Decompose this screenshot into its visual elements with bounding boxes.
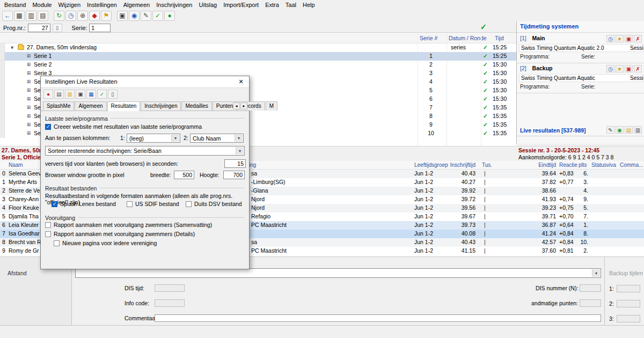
file-icon[interactable]: ▯	[108, 90, 118, 99]
menu-bestand[interactable]: Bestand	[1, 1, 29, 9]
expand-icon[interactable]: ⊞	[26, 79, 32, 85]
edit-icon[interactable]: ✎	[606, 126, 614, 134]
info-code-field[interactable]	[155, 299, 185, 307]
print-icon[interactable]: ▥	[634, 126, 642, 134]
copy-icon[interactable]: ▣	[76, 90, 85, 99]
disconnect-icon[interactable]: ✗	[634, 65, 642, 72]
chevron-down-icon[interactable]: ▾	[235, 135, 243, 142]
chevron-down-icon[interactable]: ▾	[236, 147, 244, 155]
edit-icon[interactable]: ✎	[141, 11, 151, 21]
checkbox-icon[interactable]	[45, 231, 51, 237]
checkbox-nieuwe-pagina[interactable]: Nieuwe pagina voor iedere vereniging	[54, 240, 157, 246]
system-backup-row[interactable]: [2] Backup ◷ ★ ▣ ✗	[520, 65, 642, 74]
monitor-icon[interactable]: ▦	[86, 90, 96, 99]
breedte-input[interactable]	[174, 171, 194, 179]
kolom2-dropdown[interactable]: Club Naam ▾	[190, 134, 244, 143]
backup-2-field[interactable]	[617, 300, 640, 307]
expand-icon[interactable]: ⊞	[26, 130, 32, 136]
expand-icon[interactable]: ⊞	[26, 87, 32, 93]
afstand-dropdown[interactable]: ▾	[75, 268, 601, 278]
expand-icon[interactable]: ⊞	[26, 96, 32, 102]
tab-more[interactable]: M	[266, 101, 277, 111]
menu-wijzigen[interactable]: Wijzigen	[55, 1, 84, 9]
tree-row[interactable]: ⊞ Serie 2 2 ✓ 15:30	[0, 61, 516, 69]
checkbox-create-website[interactable]: Creeer website met resultaten van laatst…	[45, 123, 202, 130]
punten-field[interactable]	[580, 299, 601, 307]
checkbox-lenex[interactable]: Splash Lenex bestand	[52, 201, 116, 207]
monitor-icon[interactable]: ▣	[625, 65, 633, 72]
checkbox-icon[interactable]	[45, 222, 51, 228]
checkbox-icon[interactable]	[52, 201, 57, 207]
disconnect-icon[interactable]: ✗	[634, 35, 642, 42]
whistle-icon[interactable]: ◆	[89, 11, 100, 21]
commentaar-field[interactable]	[155, 314, 601, 322]
serie-input[interactable]	[89, 24, 111, 32]
menu-help[interactable]: Help	[299, 1, 318, 9]
print-icon[interactable]: ▣	[117, 11, 128, 21]
clock-icon[interactable]: ◷	[65, 11, 76, 21]
dialog-titlebar[interactable]: Instellingen Live Resultaten ✕	[41, 76, 249, 88]
checkbox-icon[interactable]	[54, 240, 60, 246]
menu-extra[interactable]: Extra	[262, 1, 282, 9]
expand-icon[interactable]: ⊞	[26, 122, 32, 128]
target-icon[interactable]: ⊕	[77, 11, 88, 21]
backup-3-field[interactable]	[617, 315, 640, 322]
record-icon[interactable]: ●	[164, 11, 175, 21]
menu-instellingen[interactable]: Instellingen	[84, 1, 120, 9]
tree-event-row[interactable]: ▾ 27. Dames, 50m vlinderslag series ✓ 15…	[0, 43, 516, 52]
star-icon[interactable]: ★	[616, 35, 624, 42]
globe-icon[interactable]: ◉	[616, 126, 624, 134]
tab-splashme[interactable]: SplashMe	[43, 101, 74, 111]
tab-resultaten[interactable]: Resultaten	[107, 101, 141, 111]
chevron-down-icon[interactable]: ▾	[592, 269, 600, 277]
document-icon[interactable]: ▯	[53, 24, 62, 32]
sorteer-dropdown[interactable]: Sorteer resterende inschrijvingen: Serie…	[45, 146, 245, 156]
expand-icon[interactable]: ⊞	[26, 70, 32, 76]
collapse-icon[interactable]: ▾	[11, 44, 13, 50]
tab-algemeen[interactable]: Algemeen	[75, 101, 106, 111]
expand-icon[interactable]: ⊞	[26, 53, 32, 59]
exit-icon[interactable]: ←	[2, 11, 13, 21]
checkbox-icon[interactable]	[45, 124, 51, 130]
checkbox-icon[interactable]	[186, 201, 192, 207]
dis-tijd-field[interactable]	[155, 284, 185, 292]
checkbox-rapport-samenvatting[interactable]: Rapport aanmaken met vooruitgang zwemmer…	[45, 222, 212, 228]
chevron-down-icon[interactable]: ▾	[171, 135, 179, 142]
system-main-row[interactable]: [1] Main ◷ ★ ▣ ✗	[520, 35, 642, 43]
expand-icon[interactable]: ⊞	[26, 105, 32, 111]
report-icon[interactable]: ▤	[625, 126, 633, 134]
check-icon[interactable]: ✓	[97, 90, 107, 99]
info-icon[interactable]: ◉	[129, 11, 140, 21]
menu-algemeen[interactable]: Algemeen	[120, 1, 153, 9]
checkbox-dsv[interactable]: Duits DSV bestand	[186, 201, 242, 207]
checkbox-icon[interactable]	[127, 201, 133, 207]
print-icon[interactable]: ▤	[54, 90, 64, 99]
ververs-input[interactable]	[224, 159, 246, 168]
menu-taal[interactable]: Taal	[282, 1, 299, 9]
expand-icon[interactable]: ⊞	[26, 113, 32, 119]
tile-icon[interactable]: ▥	[26, 11, 36, 21]
check-icon[interactable]: ✓	[152, 11, 163, 21]
record-icon[interactable]: ●	[43, 90, 53, 99]
timer-icon[interactable]: ◷	[606, 35, 614, 42]
monitor-icon[interactable]: ▣	[625, 35, 633, 42]
hoogte-input[interactable]	[223, 171, 245, 179]
menu-module[interactable]: Module	[29, 1, 55, 9]
cascade-icon[interactable]: ▦	[14, 11, 25, 21]
kolom1-dropdown[interactable]: (leeg) ▾	[127, 134, 180, 143]
menu-import-export[interactable]: Import/Export	[220, 1, 262, 9]
tab-scroll-left-icon[interactable]: ◂	[233, 102, 240, 109]
tab-scroll-right-icon[interactable]: ▸	[240, 102, 247, 109]
menu-uitslag[interactable]: Uitslag	[196, 1, 221, 9]
star-icon[interactable]: ★	[616, 65, 624, 72]
close-icon[interactable]: ✕	[233, 76, 249, 87]
open-icon[interactable]: ▥	[65, 90, 75, 99]
flag-icon[interactable]: ⚑	[101, 11, 112, 21]
tree-row[interactable]: ⊞ Serie 1 1 ✓ 15:25	[0, 52, 516, 61]
dis-nummer-field[interactable]	[580, 284, 601, 292]
timer-icon[interactable]: ◷	[606, 65, 614, 72]
prog-input[interactable]	[28, 24, 50, 32]
tab-medailles[interactable]: Medailles	[181, 101, 211, 111]
checkbox-rapport-details[interactable]: Rapport aanmaken met vooruitgang zwemmer…	[45, 231, 195, 237]
list-icon[interactable]: ▤	[38, 11, 48, 21]
